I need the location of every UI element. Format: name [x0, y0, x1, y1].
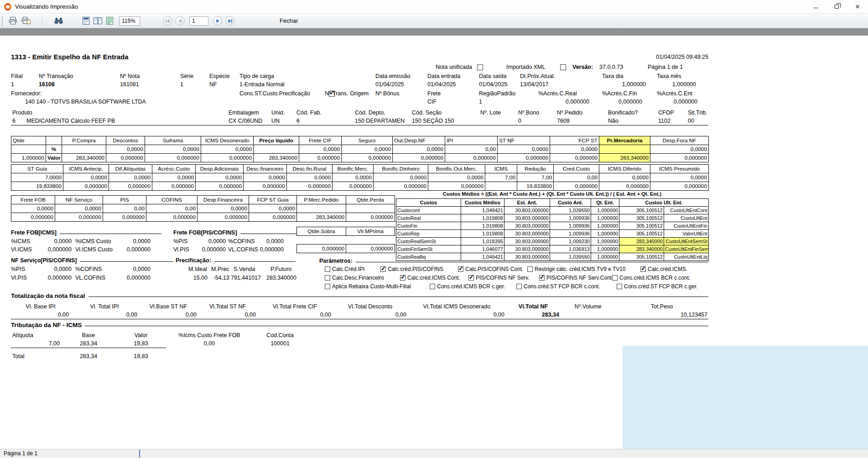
param-checkbox[interactable]: Cons.créd.ICMS BCR c.ger.	[430, 283, 516, 290]
print-button[interactable]	[7, 15, 19, 27]
page-number-input[interactable]	[189, 16, 208, 26]
close-preview-button[interactable]: Fechar	[274, 16, 303, 26]
cell: CustoFin	[396, 222, 461, 230]
column-header: Vl.Total ICMS Desonerado	[408, 302, 506, 311]
column-header: Desc.financeiro	[244, 165, 287, 173]
param-checkbox[interactable]: Cons.créd.ICMS BCR c.cont.	[612, 275, 708, 281]
column-header: Desp.Financeira	[198, 196, 249, 204]
cell: 0,000000	[146, 213, 198, 222]
fob-v-pis-value: 0,000000	[187, 246, 226, 253]
field: Data emissão01/04/2025	[375, 72, 427, 88]
cell: 0,00	[408, 311, 506, 319]
cell: 0,0000	[11, 204, 55, 213]
column-header: Nº.Bono	[517, 109, 556, 117]
cell: 0,000000	[346, 213, 395, 222]
param-checkbox[interactable]: Calc.Desc.Financeiro	[325, 275, 400, 281]
nota-unificada-checkbox[interactable]	[477, 64, 483, 70]
field: EspécieNF	[209, 72, 239, 88]
cell: 0,0000	[201, 145, 254, 154]
two-page-view-button[interactable]	[92, 15, 104, 27]
param-checkbox[interactable]: Restrigir cálc. créd.ICMS TV9 e TV10	[527, 266, 640, 272]
cell: CustoUltEntFin	[664, 222, 709, 230]
param-checkbox[interactable]: Calc.créd.PIS/COFINS	[380, 266, 458, 272]
param-checkbox[interactable]: Cons.créd.ST FCP BCR c.cont.	[516, 283, 617, 290]
column-header: Vl.Total ST NF	[198, 302, 257, 311]
serv-p-cofins-value: 0,0000	[105, 266, 151, 272]
param-checkbox[interactable]: PIS/COFINS NF Serv.	[468, 275, 539, 281]
serv-v-cofins-label: VL.COFINS	[75, 275, 105, 281]
cell: 30.803,000000	[504, 238, 550, 245]
print-setup-button[interactable]	[20, 15, 32, 27]
param-checkbox[interactable]: PIS/COFINS NF Serv.Cont	[539, 275, 612, 281]
field-value: NF	[209, 80, 239, 88]
param-checkbox[interactable]: Calc.Créd.IPI	[325, 266, 380, 272]
column-header	[46, 136, 62, 145]
field-label: Série	[180, 72, 209, 80]
serv-p-pis-value: 0,0000	[27, 266, 72, 272]
toolbar-separator	[42, 16, 42, 26]
cons-st-label: Cons.ST.Custo.Precificação	[239, 90, 310, 97]
first-page-button[interactable]	[163, 16, 172, 26]
header-row: ST GuiaICMS Antecip.Dif.AlíquotasAcrésc.…	[11, 165, 709, 173]
table-row: Custocont1,04942130.803,0000001,0395501,…	[396, 207, 709, 214]
param-checkbox[interactable]: Aplica Rebaixa Custo-Multi-Filial	[325, 283, 430, 290]
cell: 1,000000	[591, 207, 619, 214]
last-page-button[interactable]	[225, 16, 235, 26]
cell: %	[46, 145, 62, 154]
page-width-view-button[interactable]	[104, 15, 115, 27]
field-value: 16108	[39, 80, 120, 88]
zoom-level-box[interactable]: 115%	[119, 16, 140, 26]
cell: 283,34	[61, 348, 116, 359]
header-row: QtdeP.CompraDescontosSuframaICMS Desoner…	[11, 136, 709, 145]
cell: 1,000000	[591, 245, 619, 253]
cell: 0,0000	[428, 173, 485, 182]
column-header: NF Serviço	[55, 196, 103, 204]
previous-page-button[interactable]	[175, 16, 185, 26]
last-page-icon	[228, 19, 233, 23]
cell: 0,0000	[498, 145, 550, 154]
cell: 0,0000	[287, 173, 333, 182]
table-row: CustoFinSemSt1,04607730.803,0000001,0369…	[396, 245, 709, 253]
header-row: AlíquotaBaseValor%Icms Custo Frete FOBCo…	[11, 331, 307, 339]
custos-table: CustosCustos MédiosEst. Ant.Custo Ant.Qt…	[396, 198, 709, 261]
cell: 0,000000	[196, 182, 244, 191]
fornecedor-value: 140 140 - TOTVS BRASILIA SOFTWARE LTDA	[25, 99, 146, 105]
column-header: Vl.Total Frete CIF	[257, 302, 333, 311]
minimize-button[interactable]	[805, 0, 826, 14]
param-checkbox[interactable]: Cons.créd.ST FCP BCR c.ger.	[617, 283, 708, 290]
next-page-button[interactable]	[213, 16, 223, 26]
column-header: Cód. Depto.	[353, 109, 411, 117]
cell: 0,0000	[249, 204, 297, 213]
field-value: 161081	[120, 80, 180, 88]
cell: 100001	[253, 339, 307, 348]
cell: 1,000000	[591, 222, 619, 230]
cell: CustoRealSemSt	[396, 238, 461, 245]
param-checkbox[interactable]: Calc.créd.ICMS Cont.	[400, 275, 468, 281]
restore-button[interactable]	[826, 0, 847, 14]
column-header: Nº. Lote	[479, 109, 517, 117]
whole-page-view-button[interactable]	[80, 15, 92, 27]
cell: 1,019808	[461, 222, 504, 230]
field: Filial1	[11, 72, 39, 88]
cell	[485, 182, 517, 191]
column-header: Seguro	[342, 136, 393, 145]
close-button[interactable]: ×	[847, 0, 868, 14]
param-checkbox[interactable]: Calc.PIS/COFINS Cont.	[458, 266, 527, 272]
param-checkbox[interactable]: Calc.créd.ICMS.	[640, 266, 708, 272]
checkbox-icon	[325, 266, 330, 272]
cell: 0,000000	[650, 154, 709, 162]
cell: 0,000000	[103, 213, 146, 222]
cell: 283,340000	[619, 238, 664, 245]
column-header: Out.Desp.NF	[393, 136, 445, 145]
field-value: 1	[180, 80, 209, 88]
page-width-view-icon	[106, 17, 113, 25]
importado-xml-checkbox[interactable]	[560, 64, 566, 70]
cell: 0,00	[70, 311, 139, 319]
fob-p-cofins-value: 0,0000	[253, 238, 284, 245]
serv-p-pis-label: %PIS	[11, 266, 25, 272]
find-button[interactable]	[52, 15, 64, 27]
column-header: Unid.	[270, 109, 295, 117]
cell: 305,100512	[619, 214, 664, 222]
cell: 1,009230	[550, 238, 591, 245]
cell: 7,00	[11, 339, 61, 348]
